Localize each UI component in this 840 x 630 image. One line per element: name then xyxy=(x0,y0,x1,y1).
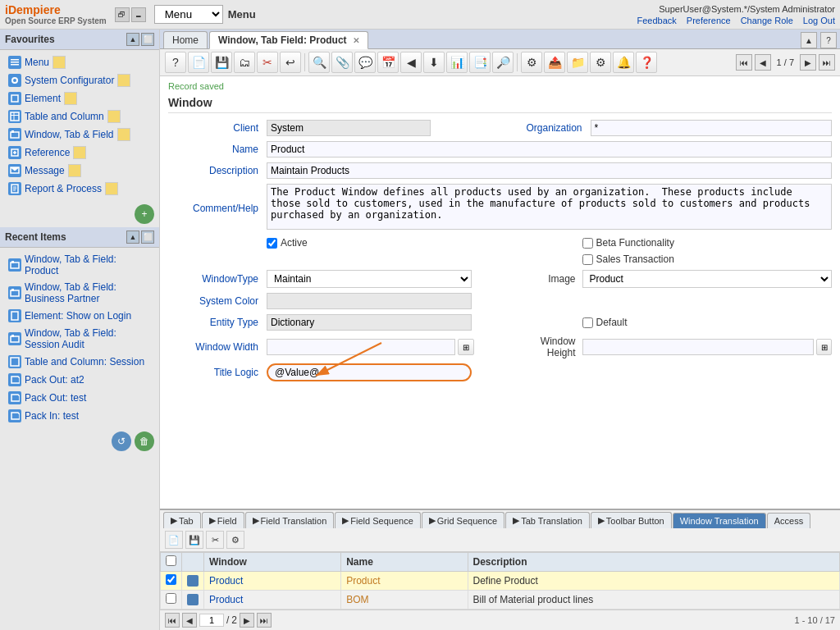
win-restore-btn[interactable]: 🗗 xyxy=(115,7,130,22)
row1-check[interactable] xyxy=(166,593,176,604)
tb-report-btn[interactable]: 📊 xyxy=(446,52,468,73)
recent-restore-btn[interactable]: ⬜ xyxy=(141,231,154,244)
btab-window-translation[interactable]: Window Translation xyxy=(673,513,766,528)
recent-clear-btn[interactable]: 🗑 xyxy=(135,431,154,451)
btab-tab-translation[interactable]: ▶ Tab Translation xyxy=(505,512,590,528)
table-row[interactable]: Product BOM Bill of Material product lin… xyxy=(161,591,840,609)
tb-print-btn[interactable]: 📑 xyxy=(469,52,491,73)
sidebar-item-windowtabfield[interactable]: Window, Tab & Field xyxy=(3,126,156,144)
change-role-link[interactable]: Change Role xyxy=(741,16,793,25)
tb-undo-btn[interactable]: ↩ xyxy=(280,52,301,73)
sidebar-item-tablecolumn[interactable]: Table and Column xyxy=(3,107,156,126)
syscolor-input[interactable] xyxy=(267,293,472,309)
winheight-picker-btn[interactable]: ⊞ xyxy=(816,339,832,355)
tb-zoom-btn[interactable]: 🔎 xyxy=(492,52,514,73)
pg-last-btn[interactable]: ⏭ xyxy=(257,613,272,628)
sidebar-item-element[interactable]: Element xyxy=(3,89,156,107)
tb-help2-btn[interactable]: ❓ xyxy=(636,52,657,73)
tb-help-btn[interactable]: ? xyxy=(165,52,186,73)
recent-item-7[interactable]: Pack In: test xyxy=(3,407,156,425)
windowtype-select[interactable]: Maintain xyxy=(267,270,472,288)
tb-find-btn[interactable]: 🔍 xyxy=(308,52,330,73)
recent-item-5[interactable]: Pack Out: at2 xyxy=(3,371,156,389)
pg-prev-btn[interactable]: ◀ xyxy=(182,613,197,628)
recent-item-6[interactable]: Pack Out: test xyxy=(3,389,156,407)
recent-item-4[interactable]: Table and Column: Session xyxy=(3,353,156,371)
btb-delete-btn[interactable]: ✂ xyxy=(206,531,224,549)
syscolor-label[interactable]: System Color xyxy=(168,295,267,307)
client-label[interactable]: Client xyxy=(168,122,267,134)
tb-nav-down-btn[interactable]: ⬇ xyxy=(423,52,445,73)
client-input[interactable] xyxy=(267,120,431,136)
btb-settings-btn[interactable]: ⚙ xyxy=(226,531,244,549)
tab-home[interactable]: Home xyxy=(163,31,208,48)
btab-field-sequence[interactable]: ▶ Field Sequence xyxy=(335,512,420,528)
menu-dropdown[interactable]: Menu xyxy=(154,5,223,24)
active-checkbox[interactable] xyxy=(267,238,277,249)
nav-first-btn[interactable]: ⏮ xyxy=(736,54,752,71)
nav-collapse-btn[interactable]: ▲ xyxy=(801,32,817,48)
org-input[interactable] xyxy=(591,120,833,136)
favourites-collapse-btn[interactable]: ▲ xyxy=(126,33,139,46)
tb-chat-btn[interactable]: 💬 xyxy=(354,52,376,73)
winwidth-input[interactable] xyxy=(267,339,455,355)
tb-import-btn[interactable]: 📁 xyxy=(567,52,588,73)
tb-new-btn[interactable]: 📄 xyxy=(188,52,209,73)
comment-textarea[interactable]: The Product Window defines all products … xyxy=(267,184,832,230)
row0-window-link[interactable]: Product xyxy=(209,575,243,587)
nav-last-btn[interactable]: ⏭ xyxy=(819,54,835,71)
win-minimize-btn[interactable]: 🗕 xyxy=(131,7,146,22)
recent-item-3[interactable]: Window, Tab & Field: Session Audit xyxy=(3,325,156,353)
table-row[interactable]: Product Product Define Product xyxy=(161,572,840,591)
winheight-input[interactable] xyxy=(582,339,815,355)
sidebar-item-reference[interactable]: Reference xyxy=(3,144,156,162)
btab-tab[interactable]: ▶ Tab xyxy=(163,512,201,528)
recent-item-0[interactable]: Window, Tab & Field: Product xyxy=(3,251,156,279)
tb-export-btn[interactable]: 📤 xyxy=(544,52,565,73)
sidebar-item-message[interactable]: Message xyxy=(3,162,156,180)
image-select[interactable]: Product xyxy=(582,270,833,288)
btb-save-btn[interactable]: 💾 xyxy=(185,531,203,549)
btab-grid-sequence[interactable]: ▶ Grid Sequence xyxy=(422,512,504,528)
tb-attach-btn[interactable]: 📎 xyxy=(331,52,353,73)
tab-product[interactable]: Window, Tab Field: Product ✕ xyxy=(209,31,368,49)
entitytype-label[interactable]: Entity Type xyxy=(168,317,267,328)
th-select-all[interactable] xyxy=(166,555,176,566)
tb-notify-btn[interactable]: 🔔 xyxy=(613,52,634,73)
favourites-restore-btn[interactable]: ⬜ xyxy=(141,33,154,46)
row1-window-link[interactable]: Product xyxy=(209,594,243,605)
preference-link[interactable]: Preference xyxy=(687,16,731,25)
sidebar-item-menu[interactable]: Menu xyxy=(3,53,156,71)
title-logic-input[interactable] xyxy=(267,363,472,381)
logout-link[interactable]: Log Out xyxy=(803,16,835,25)
tb-calendar-btn[interactable]: 📅 xyxy=(377,52,399,73)
tb-save-btn[interactable]: 💾 xyxy=(211,52,232,73)
pg-next-btn[interactable]: ▶ xyxy=(240,613,254,628)
btab-field[interactable]: ▶ Field xyxy=(202,512,244,528)
tab-product-close[interactable]: ✕ xyxy=(353,36,359,45)
entitytype-input[interactable] xyxy=(267,314,472,331)
default-checkbox[interactable] xyxy=(582,317,593,328)
btab-field-translation[interactable]: ▶ Field Translation xyxy=(245,512,335,528)
sidebar-item-sysconfigurator[interactable]: System Configurator xyxy=(3,71,156,89)
recent-refresh-btn[interactable]: ↺ xyxy=(112,431,131,451)
recent-item-1[interactable]: Window, Tab & Field: Business Partner xyxy=(3,279,156,307)
sales-checkbox[interactable] xyxy=(582,254,593,265)
nav-prev-btn[interactable]: ◀ xyxy=(755,54,771,71)
org-label[interactable]: Organization xyxy=(509,122,591,134)
description-input[interactable] xyxy=(267,162,832,179)
winwidth-picker-btn[interactable]: ⊞ xyxy=(458,339,474,355)
btb-new-btn[interactable]: 📄 xyxy=(165,531,183,549)
name-input[interactable] xyxy=(267,141,832,158)
row0-check[interactable] xyxy=(166,574,176,585)
row1-name-link[interactable]: BOM xyxy=(346,594,368,605)
beta-checkbox[interactable] xyxy=(582,238,593,249)
btab-toolbar-button[interactable]: ▶ Toolbar Button xyxy=(591,512,672,528)
row0-name-link[interactable]: Product xyxy=(346,575,380,587)
sidebar-item-reportprocess[interactable]: Report & Process xyxy=(3,180,156,198)
pg-current-input[interactable] xyxy=(199,614,224,627)
recent-collapse-btn[interactable]: ▲ xyxy=(126,231,139,244)
tb-customize-btn[interactable]: ⚙ xyxy=(590,52,611,73)
feedback-link[interactable]: Feedback xyxy=(637,16,677,25)
tb-settings-btn[interactable]: ⚙ xyxy=(521,52,542,73)
